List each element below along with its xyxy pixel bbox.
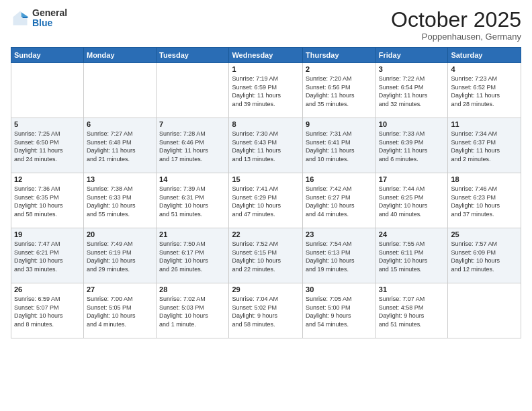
day-info: Sunrise: 7:05 AM Sunset: 5:00 PM Dayligh… xyxy=(306,295,373,328)
week-row-4: 26Sunrise: 6:59 AM Sunset: 5:07 PM Dayli… xyxy=(11,283,521,338)
day-number: 17 xyxy=(379,175,445,183)
day-cell-w4-d4: 30Sunrise: 7:05 AM Sunset: 5:00 PM Dayli… xyxy=(303,283,376,338)
day-info: Sunrise: 7:19 AM Sunset: 6:59 PM Dayligh… xyxy=(232,75,300,108)
day-cell-w4-d6 xyxy=(448,283,521,338)
day-info: Sunrise: 7:23 AM Sunset: 6:52 PM Dayligh… xyxy=(451,75,518,108)
day-cell-w2-d2: 14Sunrise: 7:39 AM Sunset: 6:31 PM Dayli… xyxy=(157,173,229,228)
day-number: 25 xyxy=(451,230,518,238)
day-number: 4 xyxy=(451,65,518,73)
location-subtitle: Poppenhausen, Germany xyxy=(391,32,521,42)
day-cell-w2-d0: 12Sunrise: 7:36 AM Sunset: 6:35 PM Dayli… xyxy=(11,173,84,228)
day-cell-w3-d1: 20Sunrise: 7:49 AM Sunset: 6:19 PM Dayli… xyxy=(83,228,156,283)
day-number: 9 xyxy=(306,120,373,128)
day-info: Sunrise: 7:33 AM Sunset: 6:39 PM Dayligh… xyxy=(379,130,445,163)
day-cell-w3-d5: 24Sunrise: 7:55 AM Sunset: 6:11 PM Dayli… xyxy=(375,228,448,283)
day-cell-w4-d0: 26Sunrise: 6:59 AM Sunset: 5:07 PM Dayli… xyxy=(11,283,84,338)
day-number: 15 xyxy=(232,175,300,183)
day-cell-w1-d2: 7Sunrise: 7:28 AM Sunset: 6:46 PM Daylig… xyxy=(157,118,229,173)
day-cell-w3-d4: 23Sunrise: 7:54 AM Sunset: 6:13 PM Dayli… xyxy=(303,228,376,283)
day-cell-w2-d1: 13Sunrise: 7:38 AM Sunset: 6:33 PM Dayli… xyxy=(83,173,156,228)
week-row-1: 5Sunrise: 7:25 AM Sunset: 6:50 PM Daylig… xyxy=(11,118,521,173)
day-number: 2 xyxy=(306,65,373,73)
logo-general-text: General xyxy=(32,8,67,18)
day-number: 8 xyxy=(232,120,300,128)
day-number: 7 xyxy=(159,120,226,128)
day-number: 13 xyxy=(87,175,153,183)
day-cell-w1-d3: 8Sunrise: 7:30 AM Sunset: 6:43 PM Daylig… xyxy=(229,118,303,173)
day-cell-w1-d5: 10Sunrise: 7:33 AM Sunset: 6:39 PM Dayli… xyxy=(375,118,448,173)
day-info: Sunrise: 7:27 AM Sunset: 6:48 PM Dayligh… xyxy=(87,130,153,163)
day-info: Sunrise: 7:52 AM Sunset: 6:15 PM Dayligh… xyxy=(232,240,300,273)
day-info: Sunrise: 7:30 AM Sunset: 6:43 PM Dayligh… xyxy=(232,130,300,163)
day-info: Sunrise: 7:36 AM Sunset: 6:35 PM Dayligh… xyxy=(14,185,81,218)
day-cell-w4-d3: 29Sunrise: 7:04 AM Sunset: 5:02 PM Dayli… xyxy=(229,283,303,338)
day-info: Sunrise: 7:02 AM Sunset: 5:03 PM Dayligh… xyxy=(159,295,226,328)
week-row-2: 12Sunrise: 7:36 AM Sunset: 6:35 PM Dayli… xyxy=(11,173,521,228)
day-number: 19 xyxy=(14,230,81,238)
month-title: October 2025 xyxy=(391,8,521,32)
day-info: Sunrise: 7:20 AM Sunset: 6:56 PM Dayligh… xyxy=(306,75,373,108)
day-cell-w1-d1: 6Sunrise: 7:27 AM Sunset: 6:48 PM Daylig… xyxy=(83,118,156,173)
header-wednesday: Wednesday xyxy=(229,48,303,63)
week-row-3: 19Sunrise: 7:47 AM Sunset: 6:21 PM Dayli… xyxy=(11,228,521,283)
day-number: 28 xyxy=(159,285,226,293)
day-cell-w0-d4: 2Sunrise: 7:20 AM Sunset: 6:56 PM Daylig… xyxy=(303,63,376,118)
day-number: 22 xyxy=(232,230,300,238)
calendar-table: Sunday Monday Tuesday Wednesday Thursday… xyxy=(11,47,521,338)
day-number: 20 xyxy=(87,230,153,238)
day-cell-w3-d6: 25Sunrise: 7:57 AM Sunset: 6:09 PM Dayli… xyxy=(448,228,521,283)
day-info: Sunrise: 7:31 AM Sunset: 6:41 PM Dayligh… xyxy=(306,130,373,163)
day-number: 3 xyxy=(379,65,445,73)
day-cell-w3-d3: 22Sunrise: 7:52 AM Sunset: 6:15 PM Dayli… xyxy=(229,228,303,283)
day-cell-w2-d6: 18Sunrise: 7:46 AM Sunset: 6:23 PM Dayli… xyxy=(448,173,521,228)
day-info: Sunrise: 7:57 AM Sunset: 6:09 PM Dayligh… xyxy=(451,240,518,273)
day-info: Sunrise: 7:22 AM Sunset: 6:54 PM Dayligh… xyxy=(379,75,445,108)
day-info: Sunrise: 7:54 AM Sunset: 6:13 PM Dayligh… xyxy=(306,240,373,273)
logo-blue-text: Blue xyxy=(32,18,67,28)
day-cell-w0-d3: 1Sunrise: 7:19 AM Sunset: 6:59 PM Daylig… xyxy=(229,63,303,118)
page: General Blue October 2025 Poppenhausen, … xyxy=(0,0,532,411)
day-info: Sunrise: 7:47 AM Sunset: 6:21 PM Dayligh… xyxy=(14,240,81,273)
day-info: Sunrise: 6:59 AM Sunset: 5:07 PM Dayligh… xyxy=(14,295,81,328)
day-info: Sunrise: 7:28 AM Sunset: 6:46 PM Dayligh… xyxy=(159,130,226,163)
day-cell-w4-d2: 28Sunrise: 7:02 AM Sunset: 5:03 PM Dayli… xyxy=(157,283,229,338)
header-saturday: Saturday xyxy=(448,48,521,63)
day-number: 27 xyxy=(87,285,153,293)
day-info: Sunrise: 7:55 AM Sunset: 6:11 PM Dayligh… xyxy=(379,240,445,273)
day-number: 16 xyxy=(306,175,373,183)
day-cell-w3-d0: 19Sunrise: 7:47 AM Sunset: 6:21 PM Dayli… xyxy=(11,228,84,283)
logo: General Blue xyxy=(11,8,67,29)
logo-icon xyxy=(11,9,30,28)
day-number: 30 xyxy=(306,285,373,293)
day-number: 21 xyxy=(159,230,226,238)
header: General Blue October 2025 Poppenhausen, … xyxy=(11,8,521,42)
day-number: 23 xyxy=(306,230,373,238)
day-number: 1 xyxy=(232,65,300,73)
header-monday: Monday xyxy=(83,48,156,63)
day-number: 31 xyxy=(379,285,445,293)
header-sunday: Sunday xyxy=(11,48,84,63)
day-number: 12 xyxy=(14,175,81,183)
header-friday: Friday xyxy=(375,48,448,63)
logo-text: General Blue xyxy=(32,8,67,29)
day-cell-w1-d0: 5Sunrise: 7:25 AM Sunset: 6:50 PM Daylig… xyxy=(11,118,84,173)
title-block: October 2025 Poppenhausen, Germany xyxy=(391,8,521,42)
day-info: Sunrise: 7:38 AM Sunset: 6:33 PM Dayligh… xyxy=(87,185,153,218)
day-number: 29 xyxy=(232,285,300,293)
calendar-body: 1Sunrise: 7:19 AM Sunset: 6:59 PM Daylig… xyxy=(11,63,521,338)
day-info: Sunrise: 7:46 AM Sunset: 6:23 PM Dayligh… xyxy=(451,185,518,218)
day-number: 24 xyxy=(379,230,445,238)
day-number: 26 xyxy=(14,285,81,293)
day-info: Sunrise: 7:07 AM Sunset: 4:58 PM Dayligh… xyxy=(379,295,445,328)
day-cell-w1-d6: 11Sunrise: 7:34 AM Sunset: 6:37 PM Dayli… xyxy=(448,118,521,173)
header-tuesday: Tuesday xyxy=(157,48,229,63)
day-info: Sunrise: 7:49 AM Sunset: 6:19 PM Dayligh… xyxy=(87,240,153,273)
header-row: Sunday Monday Tuesday Wednesday Thursday… xyxy=(11,48,521,63)
day-cell-w2-d3: 15Sunrise: 7:41 AM Sunset: 6:29 PM Dayli… xyxy=(229,173,303,228)
day-info: Sunrise: 7:00 AM Sunset: 5:05 PM Dayligh… xyxy=(87,295,153,328)
calendar-header: Sunday Monday Tuesday Wednesday Thursday… xyxy=(11,48,521,63)
day-info: Sunrise: 7:25 AM Sunset: 6:50 PM Dayligh… xyxy=(14,130,81,163)
day-info: Sunrise: 7:41 AM Sunset: 6:29 PM Dayligh… xyxy=(232,185,300,218)
day-cell-w0-d0 xyxy=(11,63,84,118)
day-cell-w1-d4: 9Sunrise: 7:31 AM Sunset: 6:41 PM Daylig… xyxy=(303,118,376,173)
